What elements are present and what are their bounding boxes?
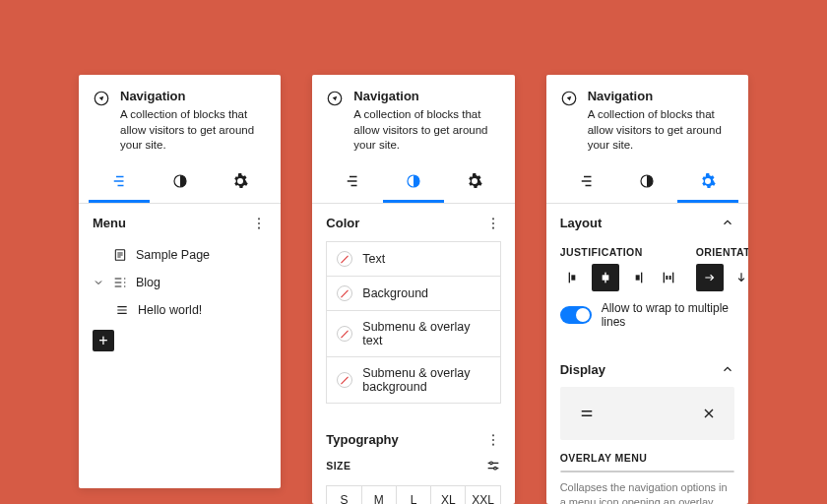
inspector-panel-settings: Navigation A collection of blocks that a… [546, 75, 748, 504]
color-row-label: Text [362, 252, 385, 266]
layout-section-header[interactable]: Layout [546, 204, 748, 240]
wrap-toggle-row: Allow to wrap to multiple lines [546, 291, 748, 343]
size-xxl[interactable]: XXL [466, 486, 499, 504]
tab-list-view[interactable] [556, 163, 617, 203]
styles-icon [171, 172, 189, 190]
justify-right-button[interactable] [623, 264, 651, 291]
color-list: Text Background Submenu & overlay text S… [312, 241, 514, 412]
settings-icon [466, 172, 483, 190]
submenu-icon [112, 275, 128, 290]
justify-left-button[interactable] [560, 264, 588, 291]
chevron-down-icon [93, 277, 104, 288]
block-description: A collection of blocks that allow visito… [588, 107, 734, 154]
overlay-preview [560, 387, 734, 440]
compass-icon [93, 90, 110, 107]
tree-item-page[interactable]: Sample Page [93, 241, 267, 269]
swatch-none-icon [337, 372, 352, 388]
svg-point-15 [493, 467, 496, 470]
tree-item-label: Sample Page [136, 248, 210, 262]
overlay-always[interactable]: Always [676, 472, 733, 472]
block-description: A collection of blocks that allow visito… [353, 107, 500, 154]
display-section-header[interactable]: Display [546, 350, 748, 387]
color-row-submenu-bg[interactable]: Submenu & overlay background [326, 356, 500, 404]
settings-icon [231, 172, 249, 190]
block-header: Navigation A collection of blocks that a… [546, 75, 748, 163]
orientation-vertical-button[interactable] [728, 264, 748, 291]
justify-space-icon [661, 270, 676, 285]
list-view-icon [344, 172, 361, 190]
justify-center-icon [598, 270, 613, 285]
tab-styles[interactable] [616, 163, 677, 203]
kebab-icon[interactable] [485, 216, 501, 231]
svg-point-14 [489, 462, 492, 465]
size-l[interactable]: L [397, 486, 431, 504]
styles-icon [405, 172, 422, 190]
svg-point-2 [258, 218, 260, 220]
svg-rect-32 [668, 276, 670, 280]
swatch-none-icon [337, 285, 352, 301]
paragraph-icon [114, 302, 130, 318]
tab-list-view[interactable] [89, 163, 150, 203]
overlay-menu-label: OVERLAY MENU [560, 452, 647, 464]
svg-point-12 [492, 438, 494, 440]
tree-item-post[interactable]: Hello world! [93, 296, 267, 324]
size-xl[interactable]: XL [431, 486, 466, 504]
tab-settings[interactable] [211, 163, 272, 203]
svg-point-10 [492, 226, 494, 228]
svg-rect-30 [672, 272, 673, 283]
layout-section-title: Layout [560, 216, 603, 230]
svg-rect-24 [571, 275, 575, 280]
tab-styles[interactable] [150, 163, 211, 203]
sliders-icon[interactable] [485, 458, 501, 473]
justify-center-button[interactable] [592, 264, 619, 291]
tab-settings[interactable] [677, 163, 738, 203]
arrow-down-icon [734, 271, 748, 284]
swatch-none-icon [337, 251, 352, 267]
overlay-help-text: Collapses the navigation options in a me… [546, 480, 748, 504]
color-row-text[interactable]: Text [326, 241, 500, 277]
block-description: A collection of blocks that allow visito… [120, 107, 267, 154]
typography-section-header: Typography [312, 420, 514, 458]
compass-icon [560, 90, 578, 107]
wrap-toggle[interactable] [560, 306, 592, 324]
block-title: Navigation [120, 89, 267, 103]
svg-rect-29 [663, 272, 664, 283]
justification-label: JUSTIFICATION [560, 246, 682, 258]
tree-item-label: Hello world! [138, 303, 202, 317]
overlay-off[interactable]: Off [561, 472, 618, 472]
svg-point-3 [258, 221, 260, 223]
kebab-icon[interactable] [485, 432, 501, 448]
inspector-panel-styles: Navigation A collection of blocks that a… [312, 75, 514, 504]
svg-rect-31 [666, 276, 668, 280]
svg-rect-28 [635, 275, 639, 280]
overlay-mobile[interactable]: Mobile [618, 472, 675, 472]
color-row-label: Submenu & overlay text [362, 320, 489, 347]
size-label: SIZE [326, 460, 350, 472]
kebab-icon[interactable] [251, 216, 267, 231]
color-section-title: Color [326, 216, 359, 230]
add-block-button[interactable]: + [93, 330, 114, 351]
chevron-up-icon [721, 216, 734, 229]
layout-controls: JUSTIFICATION ORIENTATION [546, 240, 748, 291]
color-row-background[interactable]: Background [326, 276, 500, 311]
orientation-horizontal-button[interactable] [696, 264, 724, 291]
size-m[interactable]: M [362, 486, 397, 504]
tree-item-label: Blog [136, 276, 160, 289]
tab-styles[interactable] [383, 163, 444, 203]
justify-right-icon [629, 270, 645, 285]
menu-icon [578, 405, 596, 422]
size-s[interactable]: S [327, 486, 361, 504]
tab-list-view[interactable] [322, 163, 383, 203]
typography-section-title: Typography [326, 432, 398, 447]
tree-item-submenu[interactable]: Blog [93, 269, 267, 296]
justify-space-between-button[interactable] [655, 264, 682, 291]
menu-section-header: Menu [79, 204, 281, 241]
justify-left-icon [566, 270, 582, 285]
compass-icon [326, 90, 344, 107]
orientation-label: ORIENTATION [696, 246, 748, 258]
tab-settings[interactable] [444, 163, 505, 203]
color-section-header: Color [312, 204, 514, 241]
color-row-submenu-text[interactable]: Submenu & overlay text [326, 310, 500, 357]
list-view-icon [110, 172, 128, 190]
block-title: Navigation [353, 89, 500, 103]
